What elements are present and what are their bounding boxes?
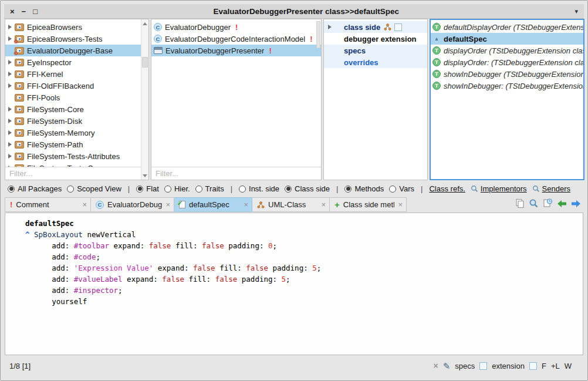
- window-menu-arrow-icon[interactable]: ▾: [575, 8, 578, 15]
- package-row[interactable]: FFI-Pools: [5, 92, 141, 103]
- title-bar: × − □ EvaluatorDebuggerPresenter class>>…: [4, 4, 584, 19]
- method-row[interactable]: TshowInDebugger (TStDebuggerExtension cl…: [431, 68, 583, 80]
- classes-filter-input[interactable]: [151, 167, 321, 180]
- forward-arrow-icon[interactable]: [571, 200, 581, 208]
- radio-flat[interactable]: Flat: [136, 184, 159, 193]
- toolbar-separator: |: [420, 184, 424, 193]
- method-row[interactable]: TdisplayOrder: (TStDebuggerExtension cla…: [431, 56, 583, 68]
- scrollbar-thumb[interactable]: [142, 57, 148, 68]
- tab-class-side-method[interactable]: + Class side meth ×: [330, 197, 407, 212]
- radio-icon: [195, 186, 202, 193]
- minimize-window-icon[interactable]: −: [22, 8, 26, 15]
- expand-arrow-icon[interactable]: [325, 25, 334, 29]
- class-row[interactable]: CEvaluatorDebugger!: [151, 21, 321, 33]
- package-row[interactable]: FileSystem-Disk: [5, 115, 141, 127]
- expand-arrow-icon[interactable]: [5, 83, 15, 88]
- packages-filter-input[interactable]: [5, 167, 141, 180]
- scroll-down-icon[interactable]: [141, 171, 148, 180]
- radio-inst-side[interactable]: Inst. side: [239, 184, 279, 193]
- expand-arrow-icon: [325, 36, 334, 41]
- classes-scrollbar-thumb[interactable]: [316, 21, 320, 48]
- tab-defaultspec[interactable]: defaultSpec ×: [174, 197, 252, 212]
- tab-evaluatordebugger[interactable]: C EvaluatorDebug ×: [91, 197, 174, 212]
- implementors-link[interactable]: Implementors: [471, 184, 527, 193]
- package-row[interactable]: FFI-OldFFIBackend: [5, 80, 141, 92]
- extension-checkbox[interactable]: [479, 362, 487, 370]
- package-row[interactable]: FileSystem-Path: [5, 139, 141, 150]
- presenter-class-icon: [154, 47, 163, 54]
- method-row[interactable]: TdefaultDisplayOrder (TStDebuggerExtensi…: [431, 21, 583, 33]
- radio-label: Flat: [146, 184, 159, 193]
- radio-methods[interactable]: Methods: [344, 184, 384, 193]
- close-window-icon[interactable]: ×: [10, 8, 15, 15]
- radio-hier[interactable]: Hier.: [164, 184, 190, 193]
- expand-arrow-icon[interactable]: [5, 72, 15, 76]
- package-row[interactable]: FileSystem-Tests-Core: [5, 162, 141, 167]
- package-row[interactable]: FileSystem-Core: [5, 103, 141, 115]
- maximize-window-icon[interactable]: □: [33, 8, 38, 15]
- protocol-row[interactable]: specs: [324, 45, 427, 56]
- class-row-selected[interactable]: EvaluatorDebuggerPresenter!: [151, 45, 321, 56]
- package-row[interactable]: EpiceaBrowsers: [5, 21, 141, 33]
- radio-vars[interactable]: Vars: [389, 184, 414, 193]
- senders-link[interactable]: Senders: [532, 184, 570, 193]
- flag-f[interactable]: F: [542, 362, 546, 370]
- radio-class-side[interactable]: Class side: [285, 184, 330, 193]
- package-row[interactable]: FFI-Kernel: [5, 68, 141, 80]
- package-row[interactable]: FileSystem-Memory: [5, 127, 141, 139]
- code-token: false: [149, 241, 171, 250]
- window-controls: × − □: [10, 8, 38, 15]
- radio-scoped-view[interactable]: Scoped View: [67, 184, 121, 193]
- package-row-selected[interactable]: ⚙EvaluatorDebugger-Base: [5, 45, 141, 56]
- packages-scrollbar[interactable]: [141, 19, 148, 180]
- close-tab-icon[interactable]: ×: [244, 200, 248, 209]
- close-tab-icon[interactable]: ×: [82, 200, 87, 209]
- package-row[interactable]: ⚙EpiceaBrowsers-Tests: [5, 33, 141, 45]
- package-row[interactable]: EyeInspector: [5, 56, 141, 68]
- protocol-checkbox[interactable]: [394, 23, 402, 31]
- specs-tag-label[interactable]: specs: [455, 362, 475, 370]
- add-icon: +: [334, 200, 340, 210]
- method-row[interactable]: TshowInDebugger: (TStDebuggerExtension c…: [431, 80, 583, 92]
- code-line: add: #toolbar expand: false fill: false …: [25, 240, 577, 251]
- expand-arrow-icon[interactable]: [5, 142, 15, 147]
- flag-plus-l[interactable]: +L: [551, 362, 560, 370]
- protocol-row[interactable]: overrides: [324, 56, 427, 68]
- protocol-row[interactable]: class side: [324, 21, 427, 33]
- class-refs-link[interactable]: Class refs.: [429, 184, 465, 193]
- copy-icon[interactable]: [515, 198, 525, 208]
- scroll-up-icon[interactable]: [141, 19, 148, 28]
- package-label: EpiceaBrowsers: [27, 23, 82, 32]
- method-row-selected[interactable]: ▲defaultSpec: [431, 33, 583, 45]
- expand-arrow-icon[interactable]: [5, 154, 15, 159]
- expand-arrow-icon[interactable]: [5, 25, 15, 29]
- back-arrow-icon[interactable]: [557, 200, 567, 208]
- trait-method-icon: T: [432, 82, 441, 90]
- expand-arrow-icon[interactable]: [5, 130, 15, 135]
- method-row[interactable]: TdisplayOrder (TStDebuggerExtension clas…: [431, 45, 583, 56]
- protocol-row[interactable]: debugger extension: [324, 33, 427, 45]
- package-row[interactable]: FileSystem-Tests-Attributes: [5, 150, 141, 162]
- code-line: defaultSpec: [25, 218, 577, 229]
- uml-icon: [257, 201, 265, 208]
- code-editor[interactable]: defaultSpec^ SpBoxLayout newVertical add…: [5, 213, 583, 355]
- expand-arrow-icon[interactable]: [5, 60, 15, 65]
- search-icon[interactable]: [529, 198, 539, 208]
- close-tab-icon[interactable]: ×: [321, 200, 326, 209]
- package-icon: [15, 70, 24, 78]
- f-checkbox[interactable]: [529, 362, 537, 370]
- class-row[interactable]: CEvaluatorDebuggerCodeInteractionModel!: [151, 33, 321, 45]
- tab-uml-class[interactable]: UML-Class ×: [252, 197, 330, 212]
- link-label: Class refs.: [429, 184, 465, 193]
- history-icon[interactable]: [543, 198, 553, 208]
- radio-all-packages[interactable]: All Packages: [8, 184, 62, 193]
- close-tab-icon[interactable]: ×: [165, 200, 170, 209]
- expand-arrow-icon[interactable]: [5, 119, 15, 123]
- flag-w[interactable]: W: [565, 362, 572, 370]
- radio-traits[interactable]: Traits: [195, 184, 224, 193]
- close-tab-icon[interactable]: ×: [398, 200, 403, 209]
- edit-pencil-icon[interactable]: ✎: [443, 362, 451, 370]
- clear-tag-icon[interactable]: ×: [434, 361, 438, 370]
- expand-arrow-icon[interactable]: [5, 107, 15, 112]
- tab-comment[interactable]: ! Comment ×: [5, 197, 91, 212]
